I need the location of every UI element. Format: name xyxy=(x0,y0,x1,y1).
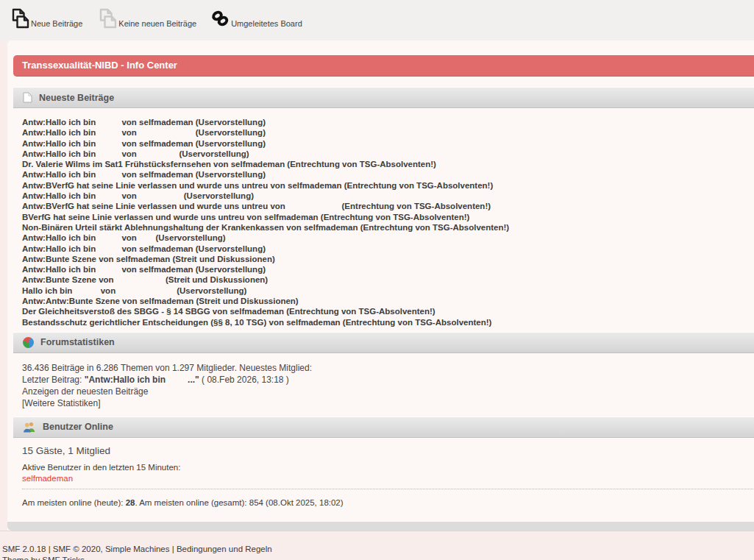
forum-stats-body: 36.436 Beiträge in 6.286 Themen von 1.29… xyxy=(13,353,754,417)
terms-link[interactable]: Bedingungen und Regeln xyxy=(177,545,272,553)
recent-post-line[interactable]: Antw:Antw:Bunte Szene von selfmademan (S… xyxy=(22,296,754,306)
footer-credits-line: SMF 2.0.18 | SMF © 2020, Simple Machines… xyxy=(2,544,754,555)
recent-post-line[interactable]: Antw:Bunte Szene von (Streit und Diskuss… xyxy=(22,274,754,285)
legend-item-redirect-board: Umgeleitetes Board xyxy=(211,10,302,30)
info-center-title: Transsexualität-NIBD - Info Center xyxy=(13,55,754,77)
page-icon xyxy=(23,92,32,103)
new-posts-icon xyxy=(10,8,29,32)
recent-post-line[interactable]: Antw:Hallo ich bin von (Uservorstellung) xyxy=(22,127,754,138)
recent-post-line[interactable]: Antw:BVerfG hat seine Linie verlassen un… xyxy=(22,201,754,211)
info-center-container: Transsexualität-NIBD - Info Center Neues… xyxy=(7,40,754,531)
theme-prefix: Theme by xyxy=(2,556,42,560)
section-title: Forumstatistiken xyxy=(40,337,115,347)
recent-post-line[interactable]: Der Gleichheitsverstoß des SBGG - § 14 S… xyxy=(22,306,754,316)
active-users-label: Aktive Benutzer in den letzten 15 Minute… xyxy=(22,462,754,472)
recent-post-line[interactable]: Antw:Hallo ich bin von (Uservorstellung) xyxy=(22,191,754,201)
recent-post-line[interactable]: Antw:Hallo ich bin von selfmademan (User… xyxy=(22,244,754,254)
recent-post-line[interactable]: Antw:Hallo ich bin von (Uservorstellung) xyxy=(22,233,754,243)
recent-post-line[interactable]: Hallo ich bin von (Uservorstellung) xyxy=(22,286,754,296)
section-header-forum-stats: Forumstatistiken xyxy=(13,332,754,353)
footer-theme-line: Theme by SMF Tricks xyxy=(2,555,754,560)
section-title: Neueste Beiträge xyxy=(39,93,114,103)
recent-post-line[interactable]: Non-Binären Urteil stärkt Ablehnungshalt… xyxy=(22,222,754,233)
recent-post-line[interactable]: Antw:Hallo ich bin von selfmademan (User… xyxy=(22,169,754,180)
redirect-board-icon xyxy=(211,10,230,30)
recent-posts-link[interactable]: Anzeigen der neuesten Beiträge xyxy=(22,386,754,397)
smf-credits: SMF 2.0.18 | SMF © 2020, Simple Machines… xyxy=(2,545,177,553)
last-post-title[interactable]: "Antw:Hallo ich bin ..." xyxy=(85,375,199,385)
container-bottom-bar xyxy=(7,522,754,531)
section-title: Benutzer Online xyxy=(43,422,113,432)
most-online-prefix: Am meisten online (heute): xyxy=(22,498,126,507)
users-online-body: 15 Gäste, 1 Mitglied Aktive Benutzer in … xyxy=(13,438,754,522)
pie-chart-icon xyxy=(23,337,34,348)
no-new-posts-icon xyxy=(97,8,117,32)
recent-post-line[interactable]: Dr. Valerie Wilms im Sat1 Frühstücksfern… xyxy=(22,159,754,169)
last-post-prefix: Letzter Beitrag: xyxy=(22,375,85,385)
recent-posts-list: Antw:Hallo ich bin von selfmademan (User… xyxy=(13,108,754,332)
most-online-today: 28 xyxy=(126,498,135,507)
users-icon xyxy=(23,422,36,433)
recent-post-line[interactable]: Antw:Hallo ich bin von selfmademan (User… xyxy=(22,138,754,149)
legend-item-new-posts: Neue Beiträge xyxy=(10,8,82,32)
online-counts: 15 Gäste, 1 Mitglied xyxy=(22,444,754,457)
section-header-users-online: Benutzer Online xyxy=(13,417,754,438)
page-footer: SMF 2.0.18 | SMF © 2020, Simple Machines… xyxy=(0,531,754,560)
recent-post-line[interactable]: BVerfG hat seine Linie verlassen und wur… xyxy=(22,212,754,222)
recent-post-line[interactable]: Antw:Hallo ich bin von (Uservorstellung) xyxy=(22,149,754,159)
legend-label: Keine neuen Beiträge xyxy=(118,19,196,28)
more-stats-link[interactable]: [Weitere Statistiken] xyxy=(22,397,754,409)
most-online-suffix: . Am meisten online (gesamt): 854 (08.Ok… xyxy=(135,498,343,507)
recent-post-line[interactable]: Bestandsschutz gerichtlicher Entscheidun… xyxy=(22,317,754,327)
recent-post-line[interactable]: Antw:Bunte Szene von selfmademan (Streit… xyxy=(22,254,754,264)
recent-post-line[interactable]: Antw:Hallo ich bin von selfmademan (User… xyxy=(22,117,754,127)
recent-post-line[interactable]: Antw:Hallo ich bin von selfmademan (User… xyxy=(22,264,754,274)
theme-link[interactable]: SMF Tricks xyxy=(42,556,85,560)
legend-item-no-new-posts: Keine neuen Beiträge xyxy=(97,8,196,32)
recent-post-line[interactable]: Antw:BVerfG hat seine Linie verlassen un… xyxy=(22,180,754,191)
dotted-divider xyxy=(22,488,754,489)
legend-label: Neue Beiträge xyxy=(31,19,82,28)
last-post-date: ( 08.Feb 2026, 13:18 ) xyxy=(199,375,289,385)
stats-totals: 36.436 Beiträge in 6.286 Themen von 1.29… xyxy=(22,362,754,374)
active-user-link[interactable]: selfmademan xyxy=(22,473,754,483)
legend-label: Umgeleitetes Board xyxy=(231,19,302,28)
board-icon-legend: Neue Beiträge Keine neuen Beiträge Umgel… xyxy=(0,0,754,40)
stats-last-post[interactable]: Letzter Beitrag: "Antw:Hallo ich bin ...… xyxy=(22,374,754,386)
section-header-recent-posts: Neueste Beiträge xyxy=(13,87,754,108)
most-online-line: Am meisten online (heute): 28. Am meiste… xyxy=(22,497,754,514)
